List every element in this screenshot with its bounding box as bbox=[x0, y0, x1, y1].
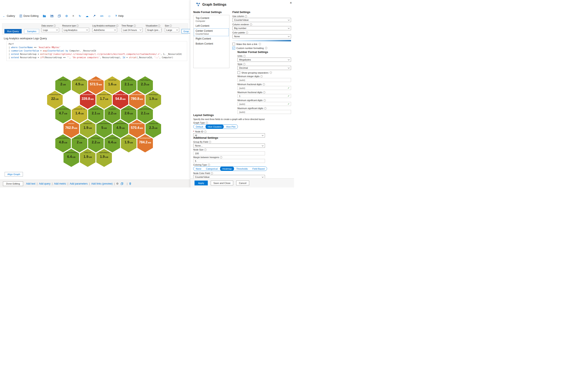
hex-node-contosodbsrv1[interactable]: ContosoDBSrv16.4GiB bbox=[105, 134, 120, 152]
node-format-item-center-content[interactable]: Center ContentCounterValue bbox=[194, 28, 229, 36]
hex-node-mssolve[interactable]: mssolve762.9MiB bbox=[63, 120, 79, 138]
node-format-item-top-content[interactable]: Top ContentComputer bbox=[194, 16, 229, 23]
bottom-link-add-parameters[interactable]: Add parameters bbox=[70, 182, 87, 185]
info-icon[interactable]: i bbox=[209, 141, 211, 143]
hex-node-payrollapp1[interactable]: PayRollApp12GiB bbox=[55, 76, 71, 94]
coloring-type-option-field-based[interactable]: Field Based bbox=[250, 167, 267, 171]
clone-step-icon[interactable] bbox=[121, 182, 123, 185]
hex-node-admdemo-win1[interactable]: admdemo-win154.8MiB bbox=[113, 91, 128, 109]
graph-type-option-hive-clusters[interactable]: Hive Clusters bbox=[205, 125, 224, 129]
hex-node-admdemosf000001[interactable]: admdemosf0000014.7GiB bbox=[55, 105, 71, 123]
info-icon[interactable]: i bbox=[76, 25, 79, 27]
coloring-type-option-heatmap[interactable]: Heatmap bbox=[220, 167, 234, 171]
feedback-button[interactable]: ☺ bbox=[108, 14, 111, 17]
log-analytics-workspace-select[interactable]: AdmDemo bbox=[92, 28, 117, 32]
visualization-select[interactable]: Graph (pre... bbox=[146, 28, 162, 32]
hex-node-admwinchange[interactable]: admwinchange2GiB bbox=[72, 134, 87, 152]
align-graph-button[interactable]: Align Graph bbox=[5, 172, 23, 177]
help-button[interactable]: ?Help bbox=[115, 14, 124, 17]
hex-node-luciosindemo6[interactable]: luciosInDemo6339.8MiB bbox=[80, 91, 95, 109]
hex-node-admdemosf000002[interactable]: admdemosf0000024.9GiB bbox=[72, 76, 87, 94]
close-icon[interactable]: × bbox=[290, 1, 292, 5]
info-icon[interactable]: i bbox=[263, 99, 266, 102]
save-and-close-button[interactable]: Save and Close bbox=[211, 181, 233, 185]
hex-node-contosohr-vm[interactable]: ContosoHR-VM2.1GiB bbox=[88, 105, 104, 123]
hex-node-payrollwebsrvr[interactable]: PayRollWebSrvr2.1GiB bbox=[137, 105, 153, 123]
pin-button[interactable] bbox=[93, 14, 96, 17]
min-fractional-digits-input[interactable]: (auto)✓ bbox=[237, 86, 291, 90]
done-editing-toolbar-button[interactable]: Done Editing bbox=[19, 14, 39, 17]
info-icon[interactable]: i bbox=[169, 25, 172, 27]
hex-node-bluestripeload1[interactable]: bluestripeload1570.4MiB bbox=[129, 120, 145, 138]
info-icon[interactable]: i bbox=[264, 107, 266, 110]
bottom-link-add-text[interactable]: Add text bbox=[26, 182, 35, 185]
units-select[interactable]: Megabytes bbox=[237, 58, 291, 62]
info-icon[interactable]: i bbox=[270, 72, 272, 74]
grouping-separators-row[interactable]: Show grouping separatorsi bbox=[237, 71, 291, 74]
time-range-select[interactable]: Last 24 hours bbox=[122, 28, 143, 32]
info-icon[interactable]: i bbox=[158, 25, 160, 27]
info-icon[interactable]: i bbox=[134, 25, 136, 27]
info-icon[interactable]: i bbox=[245, 15, 247, 17]
hex-node-payrollwebsrvr1[interactable]: PayrollwebSrvr12.1GiB bbox=[121, 76, 136, 94]
bottom-link-add-query[interactable]: Add query bbox=[39, 182, 51, 185]
hex-node-bsdemoad-bsdemo[interactable]: bsdemoad.bsdemo...780.8MiB bbox=[129, 91, 145, 109]
graph-type-option-hive-plot[interactable]: Hive Plot bbox=[224, 125, 238, 129]
info-icon[interactable]: i bbox=[263, 83, 265, 85]
checkbox-checked-icon[interactable]: ✓ bbox=[232, 47, 235, 49]
hex-node-bsdemocons1-bsde[interactable]: bsdemocons1.bsde...1.9GiB bbox=[121, 134, 136, 152]
info-icon[interactable]: i bbox=[220, 156, 222, 158]
hex-node-admdemosf000003[interactable]: admdemosf0000035GiB bbox=[96, 120, 112, 138]
node-size-input[interactable]: 100 bbox=[193, 151, 265, 155]
hex-node-fooadfdfd[interactable]: fooadfdfd2.2GiB bbox=[105, 105, 120, 123]
copy-button[interactable] bbox=[58, 14, 61, 17]
graph-settings-open-button[interactable]: Grap bbox=[181, 29, 190, 33]
min-integer-digits-input[interactable]: (auto) bbox=[237, 78, 291, 82]
column-renderer-select[interactable]: Big number bbox=[232, 26, 291, 30]
node-format-item-bottom-content[interactable]: Bottom Content bbox=[194, 41, 229, 46]
data-source-select[interactable]: Logs bbox=[42, 28, 59, 32]
hex-node-admdemosf000004[interactable]: admdemosf0000044.9GiB bbox=[113, 120, 128, 138]
gallery-button[interactable]: ←Gallery bbox=[2, 14, 15, 17]
info-icon[interactable]: i bbox=[250, 23, 252, 26]
hex-node-financeapp1[interactable]: financeapp12.2GiB bbox=[88, 134, 104, 152]
checkbox-unchecked-icon[interactable] bbox=[237, 71, 240, 74]
info-icon[interactable]: i bbox=[265, 47, 267, 49]
size-select[interactable]: Large bbox=[165, 28, 179, 32]
hex-node-reiley-vm[interactable]: reiley-vm1.9GiB bbox=[80, 149, 95, 167]
bottom-link-add-metric[interactable]: Add metric bbox=[54, 182, 66, 185]
bottom-link-add-links-preview[interactable]: Add links (preview) bbox=[91, 182, 113, 185]
delete-step-icon[interactable] bbox=[129, 182, 131, 185]
margin-between-hexagons-input[interactable]: 5 bbox=[193, 159, 265, 163]
info-icon[interactable]: i bbox=[53, 25, 56, 27]
cloud-button[interactable]: ☁ bbox=[86, 14, 89, 17]
refresh-button[interactable]: ↻ bbox=[79, 14, 81, 17]
hex-node-finance-vm[interactable]: Finance-VM2.3GiB bbox=[146, 120, 161, 138]
kql-query-editor[interactable]: Perf| where CounterName == 'Available MB… bbox=[6, 41, 187, 61]
info-icon[interactable]: i bbox=[243, 55, 246, 57]
use-column-select[interactable]: CounterValue bbox=[232, 18, 291, 22]
folder-button[interactable] bbox=[43, 14, 46, 17]
code-view-button[interactable]: </> bbox=[100, 14, 104, 17]
min-significant-digits-input[interactable]: (auto)✓ bbox=[237, 102, 291, 106]
info-icon[interactable]: i bbox=[204, 149, 207, 151]
custom-number-checkbox-row[interactable]: ✓Custom number formattingi bbox=[232, 47, 291, 49]
close-step-button[interactable]: × bbox=[72, 14, 74, 17]
settings-gear-button[interactable]: ⚙ bbox=[65, 14, 68, 17]
info-icon[interactable]: i bbox=[116, 25, 118, 27]
style-select[interactable]: Decimal bbox=[237, 66, 291, 70]
resource-type-select[interactable]: Log Analytics bbox=[62, 28, 89, 32]
info-icon[interactable]: i bbox=[206, 122, 208, 124]
graph-type-option-default[interactable]: Default bbox=[193, 125, 205, 129]
coloring-type-option-thresholds[interactable]: Thresholds bbox=[234, 167, 250, 171]
hex-node-financeapp3[interactable]: financeapp31.9GiB bbox=[146, 91, 161, 109]
hex-node-bsdemoms1-bsde[interactable]: bsdemoms1.bsde...1.7GiB bbox=[96, 91, 112, 109]
info-icon[interactable]: i bbox=[246, 31, 248, 34]
hex-node-payrollapp11[interactable]: PayRollApp112.3GiB bbox=[137, 76, 153, 94]
info-icon[interactable]: i bbox=[243, 63, 245, 65]
info-icon[interactable]: i bbox=[259, 43, 261, 45]
max-fractional-digits-input[interactable]: 1✓ bbox=[237, 94, 291, 98]
hex-node-payrollapp10[interactable]: PayRollApp101.9GiB bbox=[96, 149, 112, 167]
run-query-button[interactable]: Run Query bbox=[4, 29, 22, 33]
apply-button[interactable]: Apply bbox=[195, 181, 208, 185]
